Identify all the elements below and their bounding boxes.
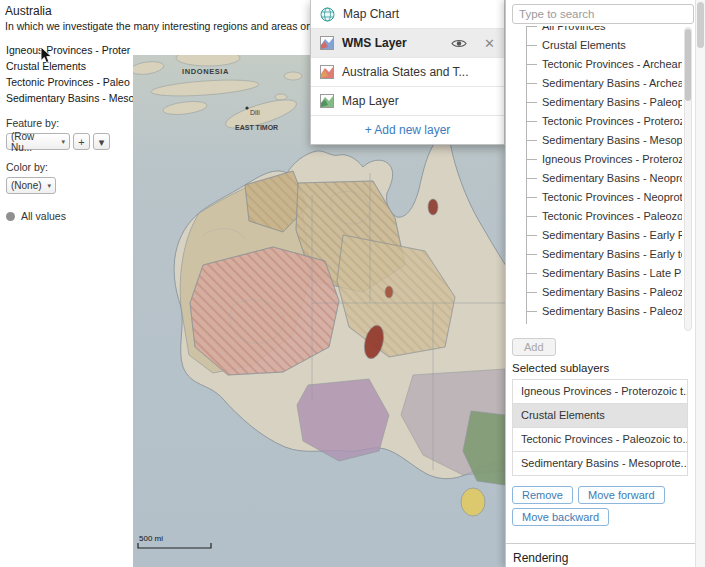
- selected-sublayer-item[interactable]: Crustal Elements: [513, 404, 687, 428]
- states-layer-icon: [320, 65, 334, 79]
- tree-item[interactable]: Sedimentary Basins - Paleozoic...: [512, 302, 682, 321]
- dili-marker: [245, 106, 248, 109]
- tree-item[interactable]: Sedimentary Basins - Neoprote...: [512, 169, 682, 188]
- layer-menu-label: WMS Layer: [342, 36, 407, 50]
- layer-menu-label: Australia States and T...: [342, 65, 469, 79]
- legend-list: Igneous Provinces - ProterCrustal Elemen…: [0, 42, 133, 106]
- color-by-value: (None): [11, 180, 42, 191]
- left-controls: Igneous Provinces - ProterCrustal Elemen…: [0, 42, 133, 567]
- tree-item[interactable]: Sedimentary Basins - Early Pal...: [512, 226, 682, 245]
- tree-item[interactable]: All Provinces: [512, 26, 682, 36]
- map-layer-icon: [320, 94, 334, 108]
- legend-item[interactable]: Tectonic Provinces - Paleo: [0, 74, 133, 90]
- wms-sublayer-panel: All ProvincesCrustal ElementsTectonic Pr…: [505, 0, 705, 567]
- dili-label: Dili: [250, 109, 260, 116]
- add-new-layer-button[interactable]: + Add new layer: [311, 116, 504, 144]
- layer-menu: Map ChartWMS Layer✕Australia States and …: [310, 0, 505, 145]
- move-backward-button[interactable]: Move backward: [512, 508, 609, 526]
- selected-sublayer-item[interactable]: Tectonic Provinces - Paleozoic to...: [513, 428, 687, 452]
- layer-menu-label: Map Chart: [343, 7, 399, 21]
- selected-sublayers-list: Igneous Provinces - Proterozoic t...Crus…: [512, 379, 688, 476]
- indonesia-label: INDONESIA: [182, 67, 229, 76]
- tree-item[interactable]: Sedimentary Basins - Early to L...: [512, 245, 682, 264]
- color-by-select[interactable]: (None) ▾: [6, 177, 56, 194]
- tree-item[interactable]: Tectonic Provinces - Paleozoic t...: [512, 207, 682, 226]
- selected-sublayer-item[interactable]: Sedimentary Basins - Mesoprote...: [513, 452, 687, 476]
- search-input[interactable]: [512, 4, 694, 24]
- color-by-label: Color by:: [6, 161, 133, 173]
- selected-sublayers-label: Selected sublayers: [512, 362, 609, 374]
- layer-menu-item[interactable]: Australia States and T...: [311, 58, 504, 87]
- wms-layer-icon: [320, 36, 334, 50]
- tree-item[interactable]: Tectonic Provinces - Proterozoic: [512, 112, 682, 131]
- tree-item[interactable]: Tectonic Provinces - Neoproter...: [512, 188, 682, 207]
- all-values-swatch: [6, 212, 15, 221]
- tree-scrollbar-thumb[interactable]: [685, 29, 691, 101]
- legend-item[interactable]: Crustal Elements: [0, 58, 133, 74]
- tree-item[interactable]: Tectonic Provinces - Archean to...: [512, 55, 682, 74]
- feature-by-select[interactable]: (Row Nu... ▾: [6, 133, 70, 150]
- rendering-section-label: Rendering: [506, 543, 705, 565]
- legend-item[interactable]: Igneous Provinces - Proter: [0, 42, 133, 58]
- tree-scrollbar[interactable]: [684, 27, 692, 331]
- sublayer-tree: All ProvincesCrustal ElementsTectonic Pr…: [512, 26, 682, 332]
- tree-item[interactable]: Sedimentary Basins - Paleoprot...: [512, 93, 682, 112]
- chevron-down-icon: ▾: [61, 138, 65, 146]
- layer-menu-label: Map Layer: [342, 94, 399, 108]
- close-icon[interactable]: ✕: [484, 36, 495, 51]
- feature-menu-button[interactable]: ▾: [93, 133, 110, 150]
- layer-menu-list: Map ChartWMS Layer✕Australia States and …: [311, 0, 504, 116]
- tree-item[interactable]: Sedimentary Basins - Mesoprot...: [512, 131, 682, 150]
- layer-menu-item[interactable]: WMS Layer✕: [311, 29, 504, 58]
- tree-item[interactable]: Crustal Elements: [512, 36, 682, 55]
- legend-item[interactable]: Sedimentary Basins - Meso: [0, 90, 133, 106]
- globe-icon: [320, 7, 335, 22]
- add-sublayer-button[interactable]: Add: [512, 338, 556, 356]
- tree-item[interactable]: Sedimentary Basins - Paleozoic...: [512, 283, 682, 302]
- scale-label: 500 mi: [139, 534, 163, 543]
- selected-sublayer-item[interactable]: Igneous Provinces - Proterozoic t...: [513, 380, 687, 404]
- feature-by-value: (Row Nu...: [11, 131, 57, 153]
- eye-icon[interactable]: [451, 38, 467, 49]
- chevron-down-icon: ▾: [47, 182, 51, 190]
- tree-item[interactable]: Igneous Provinces - Proterozoi...: [512, 150, 682, 169]
- feature-by-label: Feature by:: [6, 117, 133, 129]
- east-timor-label: EAST TIMOR: [235, 124, 278, 131]
- all-values-row[interactable]: All values: [6, 210, 133, 222]
- add-feature-button[interactable]: +: [73, 133, 90, 150]
- tree-item[interactable]: Sedimentary Basins - Archean t...: [512, 74, 682, 93]
- remove-button[interactable]: Remove: [512, 486, 573, 504]
- layer-menu-item[interactable]: Map Layer: [311, 87, 504, 116]
- all-values-label: All values: [21, 210, 66, 222]
- tree-item[interactable]: Sedimentary Basins - Late Pale...: [512, 264, 682, 283]
- panel-scrollbar[interactable]: [695, 0, 705, 567]
- page-title: Australia: [5, 4, 52, 18]
- layer-menu-item[interactable]: Map Chart: [311, 0, 504, 29]
- panel-scrollbar-thumb[interactable]: [697, 2, 704, 48]
- tasmania: [461, 488, 485, 516]
- move-forward-button[interactable]: Move forward: [578, 486, 665, 504]
